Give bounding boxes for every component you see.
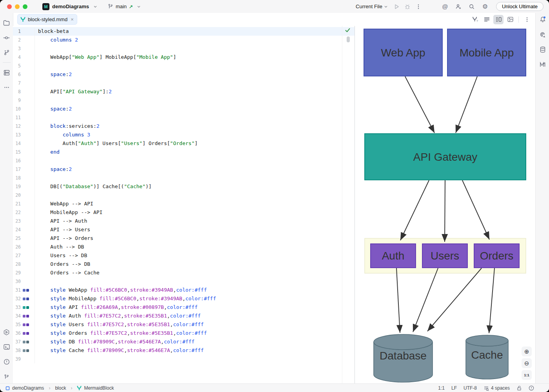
color-swatch[interactable]: [26, 332, 29, 335]
breadcrumb-element[interactable]: MermaidBlock: [84, 385, 114, 391]
code-line[interactable]: 8 API["API Gateway"]:2: [13, 87, 354, 96]
code-line[interactable]: 4 WebApp["Web App"] MobileApp["Mobile Ap…: [13, 53, 354, 62]
ai-assistant-icon[interactable]: @: [440, 2, 450, 11]
code-line[interactable]: 13 columns 3: [13, 131, 354, 139]
project-widget[interactable]: M demoDiagrams: [42, 3, 97, 10]
more-run-actions-button[interactable]: [414, 2, 423, 11]
indent-widget[interactable]: 4 spaces: [484, 385, 510, 391]
mermaid-preview-panel[interactable]: Web AppMobile AppAPI GatewayAuthUsersOrd…: [355, 26, 535, 383]
mermaid-help-icon[interactable]: ?: [470, 15, 480, 24]
code-line[interactable]: 18: [13, 174, 354, 182]
color-swatch[interactable]: [23, 349, 25, 352]
code-line[interactable]: 39: [13, 355, 354, 363]
color-swatch[interactable]: [23, 298, 25, 300]
code-line[interactable]: 35 style Users fill:#7E57C2,stroke:#5E35…: [13, 320, 354, 329]
code-line[interactable]: 38 style Cache fill:#78909C,stroke:#546E…: [13, 346, 354, 355]
inspections-ok-icon[interactable]: [345, 27, 351, 33]
code-line[interactable]: 12 block:services:2: [13, 122, 354, 131]
line-separator-widget[interactable]: LF: [451, 385, 457, 391]
tab-block-styled-mmd[interactable]: block-styled.mmd ×: [17, 14, 77, 25]
code-line[interactable]: 20: [13, 191, 354, 200]
more-tools-icon[interactable]: [2, 82, 12, 93]
project-tool-icon[interactable]: [2, 18, 12, 28]
color-swatch[interactable]: [23, 341, 25, 343]
code-line[interactable]: 2 columns 2: [13, 36, 354, 44]
code-line[interactable]: 15 end: [13, 148, 354, 156]
code-editor[interactable]: 1block-beta2 columns 234 WebApp["Web App…: [13, 26, 354, 383]
search-everywhere-icon[interactable]: [467, 2, 476, 11]
code-line[interactable]: 37 style DB fill:#78909C,stroke:#546E7A,…: [13, 338, 354, 346]
code-line[interactable]: 10 space:2: [13, 105, 354, 113]
preview-only-view-icon[interactable]: [505, 15, 515, 24]
code-line[interactable]: 14 Auth["Auth"] Users["Users"] Orders["O…: [13, 139, 354, 148]
code-line[interactable]: 3: [13, 44, 354, 53]
code-line[interactable]: 23 API --> Auth: [13, 217, 354, 225]
problems-tool-icon[interactable]: [2, 357, 12, 367]
code-line[interactable]: 17 space:2: [13, 165, 354, 174]
editor-scrollbar-thumb[interactable]: [347, 36, 350, 42]
code-line[interactable]: 6 space:2: [13, 70, 354, 79]
code-line[interactable]: 1block-beta: [13, 27, 354, 36]
color-swatch[interactable]: [26, 289, 29, 292]
code-line[interactable]: 36 style Orders fill:#7E57C2,stroke:#5E3…: [13, 329, 354, 338]
code-line[interactable]: 24 API --> Users: [13, 225, 354, 234]
tab-close-icon[interactable]: ×: [71, 17, 74, 22]
structure-tool-icon[interactable]: [2, 67, 12, 78]
branch-widget[interactable]: main ↗: [107, 4, 141, 9]
commit-tool-icon[interactable]: [2, 33, 12, 43]
color-swatch[interactable]: [26, 306, 29, 309]
code-line[interactable]: 9: [13, 96, 354, 105]
code-line[interactable]: 22 MobileApp --> API: [13, 208, 354, 217]
code-line[interactable]: 30: [13, 277, 354, 286]
color-swatch[interactable]: [23, 306, 25, 309]
more-options-icon[interactable]: [522, 15, 532, 24]
zoom-reset-button[interactable]: 1:1: [522, 370, 532, 380]
code-line[interactable]: 33 style API fill:#26A69A,stroke:#00897B…: [13, 303, 354, 312]
code-line[interactable]: 34 style Auth fill:#7E57C2,stroke:#5E35B…: [13, 312, 354, 320]
code-line[interactable]: 19 DB[("Database")] Cache[("Cache")]: [13, 182, 354, 191]
debug-button[interactable]: [403, 2, 412, 11]
code-line[interactable]: 7: [13, 79, 354, 87]
settings-gear-icon[interactable]: ⚙: [480, 2, 490, 11]
ai-assistant-tool-icon[interactable]: [538, 29, 548, 40]
code-line[interactable]: 26 Auth --> DB: [13, 243, 354, 251]
color-swatch[interactable]: [26, 341, 29, 343]
code-line[interactable]: 29 Orders --> Cache: [13, 269, 354, 277]
code-line[interactable]: 31 style WebApp fill:#5C6BC0,stroke:#394…: [13, 286, 354, 294]
color-swatch[interactable]: [26, 315, 29, 318]
code-line[interactable]: 5: [13, 62, 354, 70]
color-swatch[interactable]: [23, 315, 25, 318]
color-swatch[interactable]: [26, 323, 29, 326]
code-line[interactable]: 11: [13, 113, 354, 122]
notifications-bell-icon[interactable]: [538, 15, 548, 25]
breadcrumb-block[interactable]: block: [55, 385, 66, 391]
event-log-icon[interactable]: [529, 385, 534, 391]
code-line[interactable]: 28 Orders --> DB: [13, 260, 354, 269]
run-config-selector[interactable]: Current File: [353, 4, 390, 9]
encoding-widget[interactable]: UTF-8: [464, 385, 477, 391]
vcs-graph-tool-icon[interactable]: [2, 47, 12, 58]
zoom-window-button[interactable]: [23, 4, 27, 9]
database-tool-icon[interactable]: [538, 44, 548, 54]
services-tool-icon[interactable]: [2, 327, 12, 337]
close-window-button[interactable]: [7, 4, 12, 9]
editor-only-view-icon[interactable]: [482, 15, 492, 24]
zoom-in-button[interactable]: ⊕: [522, 347, 532, 356]
code-line[interactable]: 21 WebApp --> API: [13, 200, 354, 208]
git-tool-icon[interactable]: [2, 372, 12, 382]
code-line[interactable]: 32 style MobileApp fill:#5C6BC0,stroke:#…: [13, 294, 354, 303]
code-line[interactable]: 25 API --> Orders: [13, 234, 354, 243]
mermaid-tool-icon[interactable]: [538, 59, 548, 69]
minimize-window-button[interactable]: [15, 4, 20, 9]
zoom-out-button[interactable]: ⊖: [522, 358, 532, 368]
code-line[interactable]: 27 Users --> DB: [13, 251, 354, 260]
terminal-tool-icon[interactable]: [2, 342, 12, 352]
split-view-icon[interactable]: [493, 15, 504, 24]
unlock-ultimate-button[interactable]: Unlock Ultimate: [496, 2, 544, 11]
color-swatch[interactable]: [26, 349, 29, 352]
code-with-me-icon[interactable]: [454, 2, 463, 11]
unlocked-icon[interactable]: [516, 385, 522, 391]
color-swatch[interactable]: [23, 332, 25, 335]
color-swatch[interactable]: [26, 298, 29, 300]
color-swatch[interactable]: [23, 323, 25, 326]
